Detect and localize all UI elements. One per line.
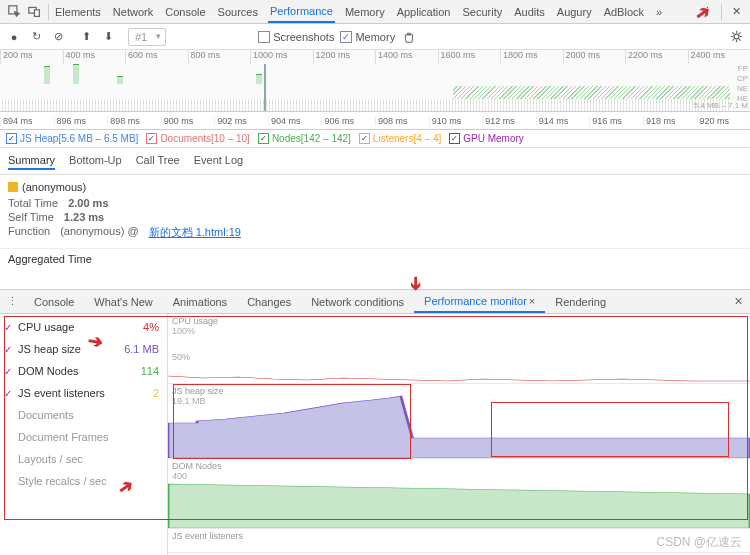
drawer-tab-network-conditions[interactable]: Network conditions	[301, 292, 414, 312]
device-toggle-icon[interactable]	[26, 4, 42, 20]
self-time-label: Self Time	[8, 211, 54, 223]
scripting-color-swatch	[8, 182, 18, 192]
tab-adblock[interactable]: AdBlock	[602, 2, 646, 22]
screenshots-checkbox[interactable]: Screenshots	[258, 31, 334, 43]
tab-network[interactable]: Network	[111, 2, 155, 22]
annotation-box	[173, 384, 411, 459]
clear-icon[interactable]: ⊘	[50, 29, 66, 45]
tab-augury[interactable]: Augury	[555, 2, 594, 22]
legend-listeners[interactable]: Listeners[4 – 4]	[359, 133, 441, 144]
tab-memory[interactable]: Memory	[343, 2, 387, 22]
drawer-tab-rendering[interactable]: Rendering	[545, 292, 616, 312]
garbage-collect-icon[interactable]	[401, 29, 417, 45]
overview-ruler: 200 ms400 ms600 ms800 ms1000 ms1200 ms14…	[0, 50, 750, 64]
detail-ruler[interactable]: 894 ms896 ms898 ms900 ms902 ms904 ms906 …	[0, 112, 750, 130]
drawer-tab-whats-new[interactable]: What's New	[84, 292, 162, 312]
self-time-value: 1.23 ms	[64, 211, 104, 223]
tab-audits[interactable]: Audits	[512, 2, 547, 22]
summary-panel: (anonymous) Total Time 2.00 ms Self Time…	[0, 175, 750, 248]
subtab-summary[interactable]: Summary	[8, 152, 55, 170]
drawer-tab-changes[interactable]: Changes	[237, 292, 301, 312]
overview-mem-label: 5.4 MB – 7.1 M	[694, 101, 748, 110]
load-profile-icon[interactable]: ⬆	[78, 29, 94, 45]
drawer-tab-performance-monitor[interactable]: Performance monitor×	[414, 291, 545, 313]
drawer-tab-animations[interactable]: Animations	[163, 292, 237, 312]
selection-handle[interactable]	[264, 64, 266, 111]
tab-elements[interactable]: Elements	[53, 2, 103, 22]
svg-point-3	[734, 34, 739, 39]
tab-console[interactable]: Console	[163, 2, 207, 22]
tab-sources[interactable]: Sources	[216, 2, 260, 22]
legend-documents[interactable]: Documents[10 – 10]	[146, 133, 250, 144]
svg-rect-2	[34, 10, 39, 17]
tabs-overflow[interactable]: »	[654, 2, 664, 22]
record-icon[interactable]: ●	[6, 29, 22, 45]
memory-legend: JS Heap[5.6 MB – 6.5 MB] Documents[10 – …	[0, 130, 750, 148]
drawer-close-icon[interactable]: ✕	[730, 294, 746, 310]
drawer-tabs: ⋮ Console What's New Animations Changes …	[0, 290, 750, 314]
devtools-main-tabs: Elements Network Console Sources Perform…	[53, 1, 697, 23]
function-label: Function	[8, 225, 50, 240]
annotation-box	[491, 402, 729, 457]
watermark: CSDN @亿速云	[656, 534, 742, 551]
legend-nodes[interactable]: Nodes[142 – 142]	[258, 133, 351, 144]
legend-js-heap[interactable]: JS Heap[5.6 MB – 6.5 MB]	[6, 133, 138, 144]
close-devtools-icon[interactable]: ✕	[728, 4, 744, 20]
subtab-event-log[interactable]: Event Log	[194, 152, 244, 170]
memory-checkbox[interactable]: Memory	[340, 31, 395, 43]
function-value: (anonymous) @	[60, 225, 138, 240]
total-time-label: Total Time	[8, 197, 58, 209]
tab-application[interactable]: Application	[395, 2, 453, 22]
aggregated-time-header: Aggregated Time	[0, 248, 750, 269]
profile-selector[interactable]: #1	[128, 28, 166, 46]
overview-timeline[interactable]: 200 ms400 ms600 ms800 ms1000 ms1200 ms14…	[0, 50, 750, 112]
drawer-menu-icon[interactable]: ⋮	[4, 294, 20, 310]
subtab-call-tree[interactable]: Call Tree	[136, 152, 180, 170]
tab-security[interactable]: Security	[460, 2, 504, 22]
function-source-link[interactable]: 新的文档 1.html:19	[149, 225, 241, 240]
tab-performance[interactable]: Performance	[268, 1, 335, 23]
close-icon[interactable]: ×	[529, 295, 535, 307]
save-profile-icon[interactable]: ⬇	[100, 29, 116, 45]
inspect-icon[interactable]	[6, 4, 22, 20]
total-time-value: 2.00 ms	[68, 197, 108, 209]
performance-subtabs: Summary Bottom-Up Call Tree Event Log	[0, 148, 750, 175]
memory-label: Memory	[355, 31, 395, 43]
screenshots-label: Screenshots	[273, 31, 334, 43]
drawer-tab-console[interactable]: Console	[24, 292, 84, 312]
function-name: (anonymous)	[22, 181, 86, 193]
subtab-bottom-up[interactable]: Bottom-Up	[69, 152, 122, 170]
annotation-arrow: ➔	[405, 276, 427, 291]
settings-gear-icon[interactable]	[728, 29, 744, 45]
overview-side-labels: FPCPNEHE	[737, 64, 748, 104]
legend-gpu-memory[interactable]: GPU Memory	[449, 133, 524, 144]
performance-toolbar: ● ↻ ⊘ ⬆ ⬇ #1 Screenshots Memory	[0, 24, 750, 50]
reload-record-icon[interactable]: ↻	[28, 29, 44, 45]
devtools-topbar: Elements Network Console Sources Perform…	[0, 0, 750, 24]
